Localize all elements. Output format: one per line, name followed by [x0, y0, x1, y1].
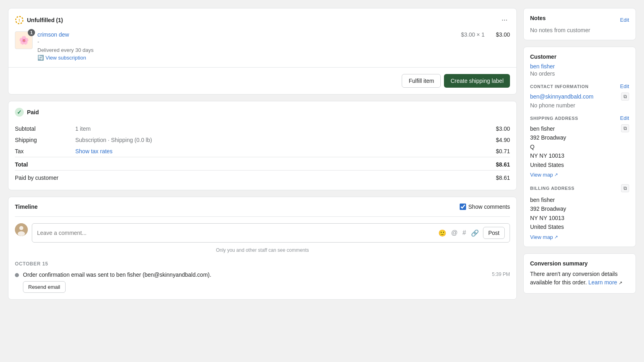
comment-input[interactable]: [37, 230, 434, 236]
show-comments-label: Show comments: [469, 204, 510, 210]
subtotal-label: Subtotal: [15, 123, 75, 134]
timeline-dot: [15, 273, 19, 277]
contact-label: CONTACT INFORMATION: [530, 84, 588, 89]
notes-header: Notes Edit: [530, 15, 629, 25]
hashtag-icon[interactable]: #: [462, 228, 467, 237]
tax-label: Tax: [15, 146, 75, 157]
show-tax-rates-link[interactable]: Show tax rates: [75, 148, 113, 154]
create-shipping-label-button[interactable]: Create shipping label: [444, 74, 510, 88]
paid-by-label: Paid by customer: [15, 171, 75, 184]
view-billing-map-text: View map: [530, 234, 553, 240]
fulfill-item-button[interactable]: Fulfill item: [402, 74, 441, 88]
shipping-label: SHIPPING ADDRESS: [530, 116, 578, 121]
product-price: $3.00 × 1: [461, 31, 485, 38]
shipping-edit-link[interactable]: Edit: [620, 115, 629, 121]
timeline-event: Order confirmation email was sent to ben…: [15, 272, 510, 293]
customer-name-link[interactable]: ben fisher: [530, 63, 555, 70]
contact-edit-link[interactable]: Edit: [620, 83, 629, 89]
timeline-event-text: Order confirmation email was sent to ben…: [23, 272, 510, 278]
staff-note: Only you and other staff can see comment…: [15, 247, 510, 253]
customer-email-link[interactable]: ben@skinnyandbald.com: [530, 93, 593, 100]
comment-area: 🙂 @ # 🔗 Post: [15, 223, 510, 243]
external-link-icon: ↗: [554, 172, 558, 177]
subtotal-detail: 1 item: [75, 123, 442, 134]
paid-by-detail: [75, 171, 442, 184]
product-delivery: Delivered every 30 days: [37, 47, 456, 53]
event-time: 5:39 PM: [492, 272, 510, 277]
view-subscription-link[interactable]: 🔄 View subscription: [37, 55, 456, 61]
copy-billing-button[interactable]: ⧉: [621, 184, 629, 192]
finance-row-subtotal: Subtotal 1 item $3.00: [15, 123, 510, 134]
emoji-icon[interactable]: 🙂: [438, 228, 447, 238]
notes-card: Notes Edit No notes from customer: [523, 8, 636, 40]
finance-row-paid: Paid by customer $8.61: [15, 171, 510, 184]
paid-title: Paid: [27, 109, 39, 115]
view-map-text: View map: [530, 172, 553, 178]
billing-address: ben fisher 392 Broadway NY NY 10013 Unit…: [530, 195, 629, 232]
unfulfilled-icon: !: [15, 16, 24, 25]
customer-card: Customer ben fisher No orders CONTACT IN…: [523, 47, 636, 247]
copy-shipping-address-button[interactable]: ⧉: [621, 124, 629, 132]
attachment-icon[interactable]: 🔗: [470, 228, 480, 238]
unfulfilled-title: ! Unfulfilled (1): [15, 16, 63, 25]
notes-edit-link[interactable]: Edit: [620, 17, 629, 23]
shipping-address-row: ben fisher 392 Broadway Q NY NY 10013 Un…: [530, 124, 629, 169]
billing-section: BILLING ADDRESS ⧉ ben fisher 392 Broadwa…: [530, 184, 629, 240]
conversion-card: Conversion summary There aren't any conv…: [523, 253, 636, 294]
contact-row: ben@skinnyandbald.com ⧉: [530, 93, 629, 101]
shipping-address: ben fisher 392 Broadway Q NY NY 10013 Un…: [530, 124, 566, 169]
customer-title: Customer: [530, 53, 629, 60]
event-description: Order confirmation email was sent to ben…: [23, 272, 211, 278]
no-notes-text: No notes from customer: [530, 27, 590, 33]
unfulfilled-more-button[interactable]: ···: [499, 15, 510, 25]
paid-header: ✓ Paid: [15, 108, 510, 117]
view-shipping-map-link[interactable]: View map ↗: [530, 172, 629, 178]
billing-header: BILLING ADDRESS ⧉: [530, 184, 629, 192]
shipping-detail: Subscription · Shipping (0.0 lb): [75, 134, 442, 146]
unfulfilled-card: ! Unfulfilled (1) ··· 🌸 1 crimson dew - …: [8, 8, 517, 95]
tax-detail: Show tax rates: [75, 146, 442, 157]
external-link-billing-icon: ↗: [554, 234, 558, 240]
shipping-city-state: NY NY 10013: [530, 152, 564, 159]
paid-card: ✓ Paid Subtotal 1 item $3.00 Shipping Su…: [8, 101, 517, 190]
external-icon: ↗: [619, 280, 622, 285]
shipping-section: SHIPPING ADDRESS Edit ben fisher 392 Bro…: [530, 115, 629, 178]
total-detail: [75, 157, 442, 171]
subscription-icon: 🔄: [37, 55, 44, 61]
learn-more-link[interactable]: Learn more: [588, 279, 617, 286]
contact-header: CONTACT INFORMATION Edit: [530, 83, 629, 89]
post-comment-button[interactable]: Post: [483, 227, 505, 239]
shipping-label: Shipping: [15, 134, 75, 146]
billing-name: ben fisher: [530, 197, 555, 203]
billing-label: BILLING ADDRESS: [530, 186, 574, 191]
svg-point-4: [18, 231, 25, 236]
finance-row-total: Total $8.61: [15, 157, 510, 171]
paid-icon: ✓: [15, 108, 24, 117]
svg-point-3: [19, 226, 23, 230]
show-comments-checkbox[interactable]: [460, 204, 466, 210]
total-amount: $8.61: [442, 157, 510, 171]
timeline-date: OCTOBER 15: [15, 261, 510, 267]
timeline-header: Timeline Show comments: [15, 204, 510, 217]
timeline-event-content: Order confirmation email was sent to ben…: [23, 272, 510, 293]
finance-table: Subtotal 1 item $3.00 Shipping Subscript…: [15, 123, 510, 183]
shipping-header: SHIPPING ADDRESS Edit: [530, 115, 629, 121]
product-row: 🌸 1 crimson dew - Delivered every 30 day…: [15, 31, 510, 67]
unfulfilled-header: ! Unfulfilled (1) ···: [15, 15, 510, 25]
mention-icon[interactable]: @: [450, 228, 458, 237]
product-variant: -: [37, 39, 456, 45]
product-info: crimson dew - Delivered every 30 days 🔄 …: [37, 31, 456, 61]
conversion-text: There aren't any conversion details avai…: [530, 270, 629, 287]
conversion-title: Conversion summary: [530, 260, 629, 267]
shipping-address2: Q: [530, 144, 535, 150]
action-buttons: Fulfill item Create shipping label: [15, 68, 510, 88]
shipping-name: ben fisher: [530, 125, 555, 132]
product-name-link[interactable]: crimson dew: [37, 31, 69, 38]
product-total: $3.00: [496, 31, 510, 38]
total-label: Total: [15, 157, 75, 171]
timeline-card: Timeline Show comments: [8, 197, 517, 300]
resend-email-button[interactable]: Resend email: [23, 281, 66, 293]
shipping-country: United States: [530, 162, 564, 168]
view-billing-map-link[interactable]: View map ↗: [530, 234, 629, 240]
copy-email-button[interactable]: ⧉: [621, 93, 629, 101]
